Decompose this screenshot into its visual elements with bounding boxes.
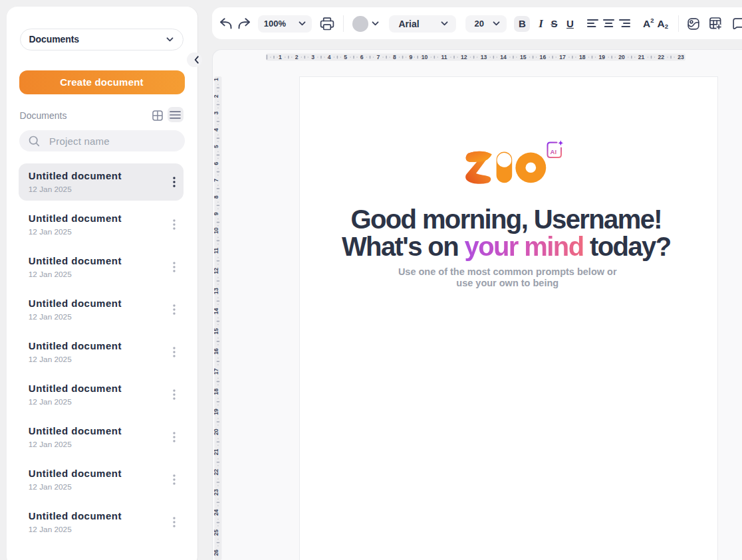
svg-text:20: 20: [618, 54, 625, 60]
svg-text:10: 10: [214, 227, 219, 234]
svg-text:17: 17: [559, 54, 566, 60]
svg-text:2: 2: [295, 54, 299, 60]
svg-text:26: 26: [214, 549, 219, 556]
svg-text:22: 22: [658, 54, 665, 60]
svg-text:23: 23: [678, 54, 684, 60]
svg-text:16: 16: [540, 54, 547, 60]
svg-text:18: 18: [579, 54, 586, 60]
svg-text:11: 11: [214, 248, 219, 254]
svg-text:2: 2: [214, 94, 219, 98]
svg-text:1: 1: [214, 78, 219, 81]
svg-text:20: 20: [214, 428, 219, 435]
svg-text:14: 14: [500, 54, 507, 60]
svg-text:7: 7: [376, 54, 380, 60]
svg-text:4: 4: [328, 54, 331, 60]
svg-text:11: 11: [441, 54, 447, 60]
svg-text:15: 15: [520, 54, 527, 60]
svg-text:14: 14: [214, 308, 219, 314]
svg-text:5: 5: [214, 145, 219, 148]
svg-text:22: 22: [214, 469, 219, 476]
svg-text:15: 15: [214, 328, 219, 335]
svg-text:13: 13: [214, 288, 219, 294]
svg-text:10: 10: [422, 54, 428, 60]
svg-text:5: 5: [344, 54, 347, 60]
svg-text:17: 17: [214, 368, 219, 375]
svg-text:7: 7: [214, 179, 219, 182]
svg-text:3: 3: [214, 112, 219, 115]
svg-text:8: 8: [393, 54, 396, 60]
svg-text:1: 1: [279, 54, 282, 60]
svg-text:19: 19: [599, 54, 606, 60]
svg-text:16: 16: [214, 348, 219, 355]
svg-text:6: 6: [214, 161, 219, 165]
svg-text:12: 12: [214, 268, 219, 274]
svg-text:12: 12: [461, 54, 467, 60]
svg-text:24: 24: [214, 509, 219, 515]
svg-text:9: 9: [409, 54, 412, 60]
svg-text:21: 21: [214, 449, 219, 456]
svg-text:6: 6: [360, 54, 364, 60]
svg-text:18: 18: [214, 389, 219, 395]
svg-text:3: 3: [311, 54, 314, 60]
svg-text:4: 4: [214, 128, 219, 132]
svg-text:13: 13: [481, 54, 487, 60]
svg-text:8: 8: [214, 195, 219, 199]
svg-text:9: 9: [214, 212, 219, 215]
svg-text:23: 23: [214, 489, 219, 496]
svg-text:21: 21: [638, 54, 645, 60]
svg-text:AI: AI: [550, 148, 556, 155]
svg-text:25: 25: [214, 529, 219, 536]
svg-text:19: 19: [214, 409, 219, 415]
